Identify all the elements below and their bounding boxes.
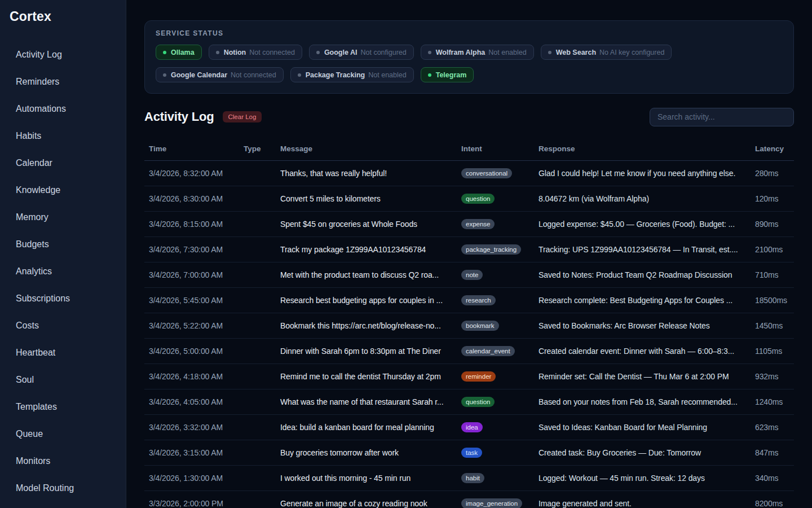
cell-message: Buy groceries tomorrow after work: [276, 448, 457, 457]
table-body: 3/4/2026, 8:32:00 AM Thanks, that was re…: [144, 161, 794, 508]
cell-response: Research complete: Best Budgeting Apps f…: [534, 296, 751, 305]
sidebar-item-soul[interactable]: Soul: [9, 366, 117, 393]
cell-time: 3/4/2026, 5:45:00 AM: [144, 296, 239, 305]
intent-badge: question: [461, 397, 495, 407]
intent-badge: bookmark: [461, 321, 499, 331]
service-name: Notion: [224, 49, 246, 56]
cell-response: Based on your notes from Feb 18, Sarah r…: [534, 397, 751, 406]
table-row[interactable]: 3/4/2026, 3:15:00 AM Buy groceries tomor…: [144, 440, 794, 466]
cell-intent: conversational: [457, 168, 534, 178]
table-row[interactable]: 3/4/2026, 8:30:00 AM Convert 5 miles to …: [144, 186, 794, 212]
cell-response: Created calendar event: Dinner with Sara…: [534, 347, 751, 356]
table-row[interactable]: 3/4/2026, 3:32:00 AM Idea: build a kanba…: [144, 415, 794, 440]
table-header: Time Type Message Intent Response Latenc…: [144, 126, 794, 161]
service-status-text: Not connected: [249, 49, 295, 56]
service-badge[interactable]: Package Tracking Not enabled: [290, 67, 414, 82]
sidebar-item-monitors[interactable]: Monitors: [9, 448, 117, 475]
service-badge[interactable]: Telegram: [421, 67, 474, 82]
intent-badge: idea: [461, 422, 483, 432]
cell-intent: calendar_event: [457, 346, 534, 356]
cell-message: Research best budgeting apps for couples…: [276, 296, 457, 305]
sidebar-item-habits[interactable]: Habits: [9, 122, 117, 150]
main-content: SERVICE STATUS Ollama Notion Not connect…: [126, 0, 812, 508]
table-row[interactable]: 3/4/2026, 7:00:00 AM Met with the produc…: [144, 262, 794, 288]
sidebar-item-reminders[interactable]: Reminders: [9, 68, 117, 95]
table-row[interactable]: 3/4/2026, 8:32:00 AM Thanks, that was re…: [144, 161, 794, 186]
service-badge[interactable]: Wolfram Alpha Not enabled: [421, 45, 534, 60]
cell-latency: 120ms: [751, 194, 794, 203]
clear-log-button[interactable]: Clear Log: [223, 111, 262, 122]
service-status-text: Not enabled: [488, 49, 526, 56]
app-logo: Cortex: [9, 9, 117, 24]
intent-badge: expense: [461, 219, 495, 229]
intent-badge: note: [461, 270, 483, 280]
cell-time: 3/4/2026, 8:15:00 AM: [144, 220, 239, 229]
intent-badge: research: [461, 295, 496, 305]
cell-message: Idea: build a kanban board for meal plan…: [276, 423, 457, 432]
service-badge[interactable]: Google Calendar Not connected: [156, 67, 284, 82]
sidebar-item-subscriptions[interactable]: Subscriptions: [9, 285, 117, 312]
sidebar-item-analytics[interactable]: Analytics: [9, 258, 117, 285]
service-badge[interactable]: Notion Not connected: [209, 45, 302, 60]
cell-response: Image generated and sent.: [534, 499, 751, 508]
cell-intent: idea: [457, 422, 534, 432]
cell-message: Track my package 1Z999AA10123456784: [276, 245, 457, 254]
status-dot-icon: [163, 51, 166, 54]
search-input[interactable]: [650, 108, 794, 126]
sidebar-item-calendar[interactable]: Calendar: [9, 150, 117, 177]
table-row[interactable]: 3/4/2026, 4:18:00 AM Remind me to call t…: [144, 364, 794, 389]
intent-badge: habit: [461, 473, 484, 483]
service-name: Wolfram Alpha: [436, 49, 486, 56]
col-time: Time: [144, 144, 239, 153]
col-latency: Latency: [751, 144, 794, 153]
table-row[interactable]: 3/4/2026, 1:30:00 AM I worked out this m…: [144, 466, 794, 491]
table-row[interactable]: 3/4/2026, 5:45:00 AM Research best budge…: [144, 288, 794, 313]
sidebar-item-knowledge[interactable]: Knowledge: [9, 177, 117, 204]
sidebar-item-budgets[interactable]: Budgets: [9, 231, 117, 258]
service-name: Google Calendar: [171, 71, 227, 79]
service-status-text: Not configured: [360, 49, 406, 56]
service-badge[interactable]: Web Search No AI key configured: [541, 45, 672, 60]
table-row[interactable]: 3/4/2026, 4:05:00 AM What was the name o…: [144, 389, 794, 415]
service-status-label: SERVICE STATUS: [156, 29, 783, 37]
table-row[interactable]: 3/4/2026, 8:15:00 AM Spent $45 on grocer…: [144, 212, 794, 237]
cell-time: 3/4/2026, 3:32:00 AM: [144, 423, 239, 432]
sidebar-item-queue[interactable]: Queue: [9, 421, 117, 448]
cell-message: Spent $45 on groceries at Whole Foods: [276, 220, 457, 229]
cell-response: Saved to Bookmarks: Arc Browser Release …: [534, 321, 751, 330]
cell-message: Dinner with Sarah 6pm to 8:30pm at The D…: [276, 347, 457, 356]
table-row[interactable]: 3/4/2026, 5:00:00 AM Dinner with Sarah 6…: [144, 339, 794, 364]
sidebar-item-model-routing[interactable]: Model Routing: [9, 475, 117, 502]
sidebar-item-templates[interactable]: Templates: [9, 393, 117, 421]
table-row[interactable]: 3/4/2026, 5:22:00 AM Bookmark this https…: [144, 313, 794, 339]
intent-badge: reminder: [461, 371, 496, 382]
cell-message: Remind me to call the dentist Thursday a…: [276, 372, 457, 381]
status-dot-icon: [298, 73, 301, 77]
sidebar-item-activity-log[interactable]: Activity Log: [9, 41, 117, 68]
cell-response: Glad I could help! Let me know if you ne…: [534, 169, 751, 178]
service-badge[interactable]: Ollama: [156, 45, 202, 60]
cell-time: 3/4/2026, 5:00:00 AM: [144, 347, 239, 356]
cell-time: 3/4/2026, 4:18:00 AM: [144, 372, 239, 381]
service-badge[interactable]: Google AI Not configured: [309, 45, 414, 60]
cell-intent: question: [457, 194, 534, 204]
cell-latency: 847ms: [751, 448, 794, 457]
intent-badge: conversational: [461, 168, 512, 178]
cell-intent: research: [457, 295, 534, 305]
cell-intent: reminder: [457, 371, 534, 382]
sidebar-item-memory[interactable]: Memory: [9, 204, 117, 231]
sidebar-item-costs[interactable]: Costs: [9, 312, 117, 339]
page-title: Activity Log: [144, 110, 214, 124]
cell-response: 8.04672 km (via Wolfram Alpha): [534, 194, 751, 203]
cell-latency: 932ms: [751, 372, 794, 381]
cell-time: 3/3/2026, 2:00:00 PM: [144, 499, 239, 508]
table-row[interactable]: 3/3/2026, 2:00:00 PM Generate an image o…: [144, 491, 794, 508]
cell-response: Tracking: UPS 1Z999AA10123456784 — In Tr…: [534, 245, 751, 254]
cell-time: 3/4/2026, 7:30:00 AM: [144, 245, 239, 254]
table-row[interactable]: 3/4/2026, 7:30:00 AM Track my package 1Z…: [144, 237, 794, 262]
cell-intent: task: [457, 448, 534, 458]
cell-intent: bookmark: [457, 321, 534, 331]
sidebar-item-heartbeat[interactable]: Heartbeat: [9, 339, 117, 366]
cell-response: Logged: Workout — 45 min run. Streak: 12…: [534, 474, 751, 483]
sidebar-item-automations[interactable]: Automations: [9, 95, 117, 122]
